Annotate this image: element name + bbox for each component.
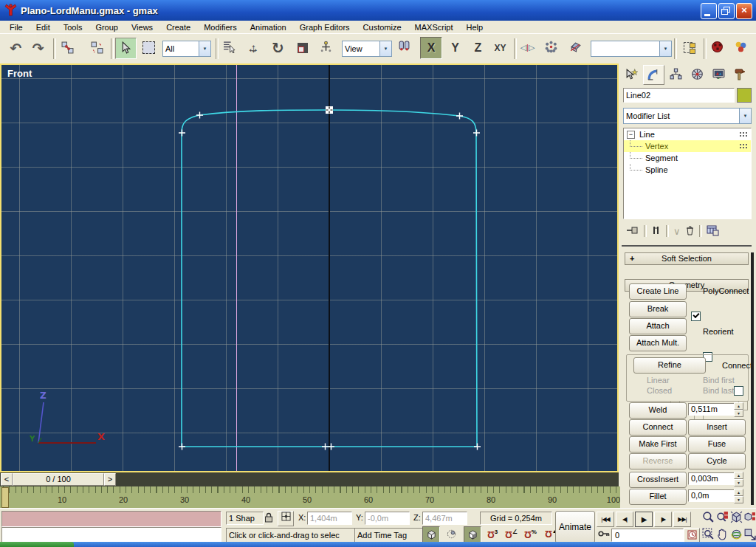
z-coord-field[interactable]: 4,467m <box>422 512 467 525</box>
arc-rotate-button[interactable] <box>729 527 743 543</box>
tab-utilities[interactable] <box>730 65 750 83</box>
fillet-spinner[interactable]: ▲▼ <box>734 489 743 503</box>
menu-file[interactable]: File <box>3 23 30 32</box>
crossinsert-spinner[interactable]: ▲▼ <box>734 472 743 486</box>
menu-modifiers[interactable]: Modifiers <box>197 23 244 32</box>
select-by-name-button[interactable] <box>219 38 239 58</box>
weld-button[interactable]: Weld <box>629 402 687 419</box>
fillet-value-field[interactable]: 0,0m <box>688 489 735 502</box>
show-end-result-icon[interactable] <box>651 225 662 237</box>
key-mode-icon[interactable] <box>598 529 610 540</box>
viewport-front[interactable]: X Z Y Front <box>0 63 619 472</box>
menu-animation[interactable]: Animation <box>244 23 293 32</box>
start-button[interactable] <box>0 542 74 547</box>
dropdown-arrow-icon[interactable]: ▼ <box>199 41 210 56</box>
close-button[interactable]: × <box>736 3 752 19</box>
rollout-soft-selection[interactable]: + Soft Selection <box>625 252 749 265</box>
fillet-button[interactable]: Fillet <box>629 489 687 505</box>
mirror-button[interactable]: ◁|▷ <box>518 38 537 58</box>
modifier-list-dropdown[interactable]: Modifier List ▼ <box>623 108 752 124</box>
restrict-y-button[interactable]: Y <box>445 38 465 58</box>
select-and-rotate-button[interactable]: ↻ <box>268 38 288 58</box>
track-slider-handle[interactable] <box>1 487 9 508</box>
rollout-scrollbar[interactable] <box>751 252 754 505</box>
prev-frame-button[interactable]: ◀| <box>616 512 633 527</box>
selection-lock-icon[interactable] <box>264 512 273 524</box>
menu-create[interactable]: Create <box>159 23 197 32</box>
stack-item-segment[interactable]: Segment <box>624 152 751 164</box>
viewport-label[interactable]: Front <box>7 68 32 79</box>
redo-button[interactable]: ↷ <box>28 38 48 58</box>
fuse-button[interactable]: Fuse <box>688 436 746 453</box>
use-center-button[interactable] <box>394 38 414 58</box>
stack-item-spline[interactable]: Spline <box>624 164 751 176</box>
select-and-manipulate-button[interactable] <box>316 38 336 58</box>
vertex-ticks-icon[interactable] <box>739 131 748 137</box>
named-selection-dropdown[interactable]: ▼ <box>591 41 672 57</box>
zoom-extents-button[interactable] <box>729 510 743 526</box>
dropdown-arrow-icon[interactable]: ▼ <box>739 109 751 123</box>
zoom-button[interactable] <box>701 510 715 526</box>
connect-checkbox[interactable] <box>734 386 743 396</box>
cycle-button[interactable]: Cycle <box>688 453 746 469</box>
select-and-move-button[interactable]: ↔ ↕ <box>244 38 264 58</box>
menu-customize[interactable]: Customize <box>357 23 408 32</box>
current-frame-field[interactable]: 0 <box>611 529 684 542</box>
object-color-swatch[interactable] <box>737 88 752 103</box>
select-and-scale-button[interactable] <box>292 38 312 58</box>
menu-views[interactable]: Views <box>125 23 159 32</box>
restrict-x-button[interactable]: X <box>420 37 442 59</box>
restrict-xy-button[interactable]: XY <box>490 38 510 58</box>
region-zoom-button[interactable] <box>701 527 715 543</box>
pin-stack-icon[interactable] <box>626 225 639 237</box>
snap-dotted-button[interactable] <box>443 526 459 543</box>
polyconnect-checkbox[interactable] <box>691 312 701 321</box>
next-frame-button[interactable]: |▶ <box>654 512 672 527</box>
quick-render-button[interactable] <box>731 38 751 58</box>
unlink-button[interactable] <box>87 38 107 58</box>
dropdown-arrow-icon[interactable]: ▼ <box>659 41 671 56</box>
coord-system-dropdown[interactable]: View▼ <box>342 41 392 57</box>
x-coord-field[interactable]: 1,404m <box>307 512 352 525</box>
render-button[interactable] <box>707 38 727 58</box>
tab-display[interactable] <box>709 65 729 83</box>
frame-back-button[interactable]: < <box>1 473 13 486</box>
select-region-button[interactable] <box>139 38 159 58</box>
create-line-button[interactable]: Create Line <box>629 283 687 300</box>
tab-modify[interactable] <box>643 65 664 85</box>
menu-help[interactable]: Help <box>460 23 490 32</box>
configure-modifier-sets-icon[interactable] <box>707 225 719 238</box>
angle-snap-magnet-icon[interactable]: Ω∠ <box>505 529 518 540</box>
insert-button[interactable]: Insert <box>688 419 746 436</box>
stack-item-vertex[interactable]: Vertex <box>624 140 751 152</box>
maxscript-listener-pink[interactable] <box>1 511 221 527</box>
undo-button[interactable]: ↶ <box>6 38 26 58</box>
weld-spinner[interactable]: ▲▼ <box>734 402 743 416</box>
crossinsert-value-field[interactable]: 0,003m <box>688 472 735 485</box>
percent-snap-magnet-icon[interactable]: Ω% <box>524 529 537 540</box>
attach-mult-button[interactable]: Attach Mult. <box>629 335 687 351</box>
absolute-mode-button[interactable] <box>278 511 294 526</box>
time-slider-handle[interactable]: 0 / 100 <box>13 473 104 486</box>
link-button[interactable] <box>58 38 78 58</box>
snap-3d-magnet-icon[interactable]: Ω3 <box>487 529 498 540</box>
stack-item-line[interactable]: − Line <box>624 128 751 140</box>
minimize-button[interactable] <box>701 3 717 19</box>
remove-modifier-icon[interactable] <box>685 225 695 237</box>
animate-button[interactable]: Animate <box>555 511 595 543</box>
zoom-all-button[interactable] <box>715 510 729 526</box>
collapse-box-icon[interactable]: − <box>627 131 635 139</box>
object-name-field[interactable] <box>623 88 735 103</box>
align-button[interactable] <box>566 38 585 58</box>
go-to-start-button[interactable]: |◀◀ <box>597 512 614 527</box>
refine-button[interactable]: Refine <box>633 357 706 374</box>
vertex-ticks-icon[interactable] <box>739 143 748 149</box>
attach-button[interactable]: Attach <box>629 318 687 334</box>
selection-filter-dropdown[interactable]: All▼ <box>162 41 211 57</box>
min-max-toggle-button[interactable] <box>743 527 756 543</box>
time-config-button[interactable] <box>684 528 700 543</box>
dropdown-arrow-icon[interactable]: ▼ <box>379 41 391 56</box>
select-object-button[interactable] <box>115 38 137 59</box>
restore-button[interactable] <box>718 3 735 19</box>
windows-taskbar[interactable] <box>0 542 756 547</box>
